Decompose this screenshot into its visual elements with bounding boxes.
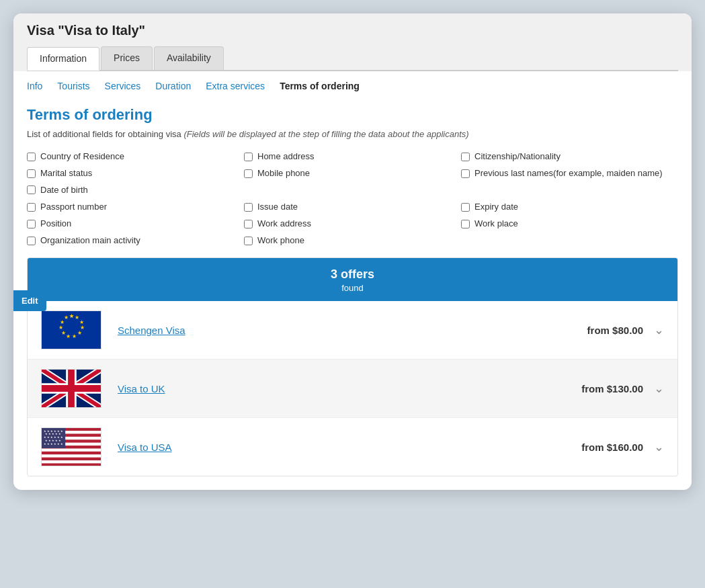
offers-subheader: found [28,282,677,301]
svg-text:★: ★ [69,313,74,319]
checkbox-home-address[interactable] [244,153,253,161]
field-date-of-birth: Date of birth [27,185,678,195]
main-window: Visa "Visa to Italy" Information Prices … [13,13,692,490]
field-expiry-date: Expiry date [461,202,678,212]
eu-flag-icon: ★ ★ ★ ★ ★ ★ ★ ★ ★ ★ ★ ★ [42,310,101,349]
subnav-services[interactable]: Services [105,81,141,94]
field-home-address: Home address [244,151,461,161]
us-flag-icon: ★ ★ ★ ★ ★ ★ ★ ★ ★ ★ ★ ★ ★ ★ ★ ★ ★ ★ ★ ★ … [42,427,101,466]
offer-schengen-price: from $80.00 [587,325,643,336]
subnav-info[interactable]: Info [27,81,42,94]
field-work-phone: Work phone [244,235,461,245]
checkbox-passport-number[interactable] [27,203,36,212]
offers-header: 3 offers [28,258,677,282]
field-passport-number: Passport number [27,202,244,212]
uk-flag-container [41,369,101,408]
checkbox-marital-status[interactable] [27,169,36,178]
checkbox-previous-last-names[interactable] [461,169,470,178]
offer-usa: ★ ★ ★ ★ ★ ★ ★ ★ ★ ★ ★ ★ ★ ★ ★ ★ ★ ★ ★ ★ … [28,418,677,476]
section-description: List of additional fields for obtaining … [27,129,678,139]
offer-uk-name[interactable]: Visa to UK [118,383,581,394]
subnav-duration[interactable]: Duration [155,81,191,94]
svg-text:★: ★ [66,333,71,339]
field-country-of-residence: Country of Residence [27,151,244,161]
sub-navigation: Info Tourists Services Duration Extra se… [13,71,692,94]
checkbox-issue-date[interactable] [244,203,253,212]
checkbox-position[interactable] [27,220,36,228]
offers-container: 3 offers found ★ ★ ★ ★ ★ [27,257,678,476]
fields-grid: Country of Residence Home address Citize… [27,151,678,245]
svg-text:★: ★ [72,333,77,339]
svg-text:★ ★ ★ ★ ★ ★: ★ ★ ★ ★ ★ ★ [44,442,63,446]
svg-rect-18 [42,448,101,451]
checkbox-expiry-date[interactable] [461,203,470,212]
field-position: Position [27,218,244,228]
field-issue-date: Issue date [244,202,461,212]
field-citizenship: Citizenship/Nationality [461,151,678,161]
svg-rect-19 [42,454,101,457]
checkbox-mobile-phone[interactable] [244,169,253,178]
svg-text:★: ★ [77,330,82,336]
subnav-extra-services[interactable]: Extra services [206,81,265,94]
schengen-expand-icon[interactable]: ⌄ [654,323,664,337]
content-area: Info Tourists Services Duration Extra se… [13,71,692,476]
offer-schengen: ★ ★ ★ ★ ★ ★ ★ ★ ★ ★ ★ ★ [28,301,677,360]
section-heading: Terms of ordering [27,106,678,124]
field-marital-status: Marital status [27,168,244,178]
offer-usa-price: from $160.00 [581,442,643,453]
uk-expand-icon[interactable]: ⌄ [654,381,664,396]
tab-availability[interactable]: Availability [154,46,224,70]
field-previous-last-names: Previous last names(for example, maiden … [461,168,678,178]
svg-text:★: ★ [61,330,66,336]
offer-uk-price: from $130.00 [581,383,643,394]
svg-text:★: ★ [64,314,69,321]
usa-expand-icon[interactable]: ⌄ [654,439,664,454]
uk-flag-icon [42,369,101,408]
subnav-tourists[interactable]: Tourists [57,81,89,94]
checkbox-org-main-activity[interactable] [27,237,36,245]
edit-button[interactable]: Edit [13,290,46,311]
title-bar: Visa "Visa to Italy" Information Prices … [13,13,692,71]
field-org-main-activity: Organization main activity [27,235,244,245]
field-work-address: Work address [244,218,461,228]
window-title: Visa "Visa to Italy" [27,23,678,38]
checkbox-work-place[interactable] [461,220,470,228]
tab-prices[interactable]: Prices [101,46,153,70]
field-work-place: Work place [461,218,678,228]
top-tabs: Information Prices Availability [27,46,678,71]
checkbox-work-address[interactable] [244,220,253,228]
eu-flag-container: ★ ★ ★ ★ ★ ★ ★ ★ ★ ★ ★ ★ [41,310,101,349]
offer-uk: Visa to UK from $130.00 ⌄ [28,360,677,418]
offer-schengen-name[interactable]: Schengen Visa [118,325,587,336]
field-mobile-phone: Mobile phone [244,168,461,178]
subnav-terms-of-ordering[interactable]: Terms of ordering [280,81,360,94]
terms-section: Terms of ordering List of additional fie… [13,94,692,257]
us-flag-container: ★ ★ ★ ★ ★ ★ ★ ★ ★ ★ ★ ★ ★ ★ ★ ★ ★ ★ ★ ★ … [41,427,101,466]
svg-text:★: ★ [58,325,63,331]
checkbox-country-of-residence[interactable] [27,153,36,161]
checkbox-date-of-birth[interactable] [27,185,36,194]
offers-section: 3 offers found ★ ★ ★ ★ ★ [27,257,678,476]
tab-information[interactable]: Information [27,47,99,71]
checkbox-citizenship[interactable] [461,153,470,161]
svg-rect-20 [42,460,101,463]
checkbox-work-phone[interactable] [244,237,253,245]
offer-usa-name[interactable]: Visa to USA [118,442,581,453]
